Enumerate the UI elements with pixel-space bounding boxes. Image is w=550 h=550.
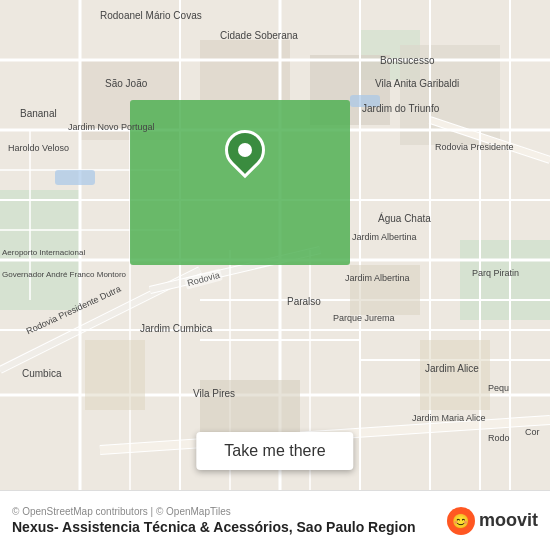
label-rodoanel: Rodoanel Mário Covas	[100, 10, 202, 21]
label-jardim-cumbica: Jardim Cumbica	[140, 323, 212, 334]
pin-circle	[217, 122, 274, 179]
label-paraiso: Paralso	[287, 296, 321, 307]
moovit-label: moovit	[479, 510, 538, 531]
label-jardim-alb2: Jardim Albertina	[345, 273, 410, 283]
location-title: Nexus- Assistencia Técnica & Acessórios,…	[12, 519, 447, 535]
map-pin	[225, 130, 265, 178]
label-haroldo: Haroldo Veloso	[8, 143, 69, 153]
bottom-bar: © OpenStreetMap contributors | © OpenMap…	[0, 490, 550, 550]
bottom-text: © OpenStreetMap contributors | © OpenMap…	[12, 506, 447, 535]
moovit-icon: 😊	[447, 507, 475, 535]
label-rodovia-presidente: Rodovia Presidente	[435, 142, 514, 152]
label-jardim-alice: Jardim Alice	[425, 363, 479, 374]
label-bananal: Bananal	[20, 108, 57, 119]
label-rodo: Rodo	[488, 433, 510, 443]
label-jardim-triunfo: Jardim do Triunfo	[362, 103, 439, 114]
label-cor: Cor	[525, 427, 540, 437]
label-cumbica: Cumbica	[22, 368, 61, 379]
attribution-text: © OpenStreetMap contributors | © OpenMap…	[12, 506, 447, 517]
svg-rect-47	[420, 340, 490, 410]
label-bonsucesso: Bonsucesso	[380, 55, 434, 66]
svg-rect-43	[130, 100, 350, 265]
svg-rect-46	[85, 340, 145, 410]
label-vila-pires: Vila Pires	[193, 388, 235, 399]
pin-inner	[238, 143, 252, 157]
label-vila-anita: Vila Anita Garibaldi	[375, 78, 459, 89]
label-governador: Governador André Franco Montoro	[2, 270, 126, 279]
label-jardim-alb1: Jardim Albertina	[352, 232, 417, 242]
label-parq: Parq Piratin	[472, 268, 519, 278]
label-cidade-soberana: Cidade Soberana	[220, 30, 298, 41]
label-aeroporto: Aeroporto Internacional	[2, 248, 85, 257]
svg-rect-5	[200, 40, 290, 100]
label-pequ: Pequ	[488, 383, 509, 393]
svg-rect-41	[55, 170, 95, 185]
moovit-logo: 😊 moovit	[447, 507, 538, 535]
label-parque-jurema: Parque Jurema	[333, 313, 395, 323]
map-container: Rodoanel Mário Covas Cidade Soberana Bon…	[0, 0, 550, 490]
label-jardim-novo: Jardim Novo Portugal	[68, 122, 155, 132]
svg-rect-2	[460, 240, 550, 320]
label-sao-joao: São João	[105, 78, 147, 89]
label-agua-chata: Água Chata	[378, 213, 431, 224]
label-jardim-maria: Jardim Maria Alice	[412, 413, 486, 423]
take-me-there-button[interactable]: Take me there	[196, 432, 353, 470]
